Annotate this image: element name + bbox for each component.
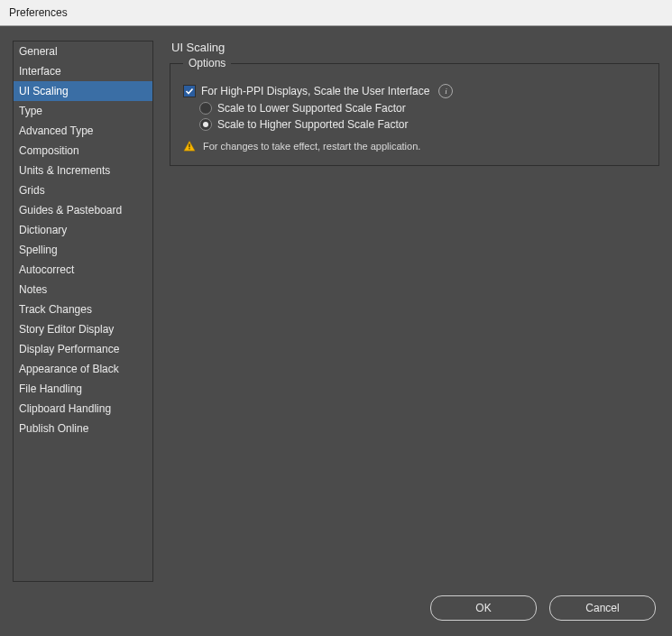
sidebar-item-spelling[interactable]: Spelling <box>14 240 152 260</box>
section-title: UI Scaling <box>170 41 659 54</box>
sidebar-item-guides-pasteboard[interactable]: Guides & Pasteboard <box>14 200 152 220</box>
restart-warning-text: For changes to take effect, restart the … <box>203 141 420 152</box>
options-group: Options For High-PPI Displays, Scale the… <box>170 63 659 166</box>
cancel-button-label: Cancel <box>585 602 619 614</box>
restart-warning: For changes to take effect, restart the … <box>183 140 646 152</box>
window-titlebar: Preferences <box>0 0 672 26</box>
svg-rect-2 <box>189 148 189 149</box>
sidebar-item-advanced-type[interactable]: Advanced Type <box>14 121 152 141</box>
sidebar-item-publish-online[interactable]: Publish Online <box>14 419 152 438</box>
scale-lower-radio-label: Scale to Lower Supported Scale Factor <box>217 102 406 115</box>
sidebar-item-clipboard-handling[interactable]: Clipboard Handling <box>14 399 152 419</box>
sidebar-item-ui-scaling[interactable]: UI Scaling <box>14 81 152 101</box>
window-title: Preferences <box>9 6 68 19</box>
sidebar-item-units-increments[interactable]: Units & Increments <box>14 161 152 180</box>
sidebar-item-dictionary[interactable]: Dictionary <box>14 220 152 240</box>
info-icon[interactable]: i <box>438 84 453 98</box>
sidebar-item-story-editor-display[interactable]: Story Editor Display <box>14 319 152 339</box>
radio-icon <box>199 102 212 115</box>
sidebar-item-appearance-of-black[interactable]: Appearance of Black <box>14 359 152 379</box>
sidebar-item-file-handling[interactable]: File Handling <box>14 379 152 399</box>
options-group-label: Options <box>183 57 231 69</box>
preferences-sidebar: GeneralInterfaceUI ScalingTypeAdvanced T… <box>13 41 153 582</box>
scale-lower-radio-row[interactable]: Scale to Lower Supported Scale Factor <box>199 102 646 115</box>
warning-icon <box>183 140 196 152</box>
dialog-button-bar: OK Cancel <box>430 595 656 621</box>
sidebar-item-display-performance[interactable]: Display Performance <box>14 339 152 359</box>
radio-icon <box>199 118 212 131</box>
checkbox-checked-icon <box>183 85 196 97</box>
ok-button[interactable]: OK <box>430 595 537 621</box>
dialog-body: GeneralInterfaceUI ScalingTypeAdvanced T… <box>0 26 672 636</box>
svg-rect-1 <box>189 143 189 147</box>
scale-higher-radio-row[interactable]: Scale to Higher Supported Scale Factor <box>199 118 646 131</box>
sidebar-item-track-changes[interactable]: Track Changes <box>14 300 152 319</box>
sidebar-item-type[interactable]: Type <box>14 101 152 121</box>
high-ppi-checkbox-row[interactable]: For High-PPI Displays, Scale the User In… <box>183 84 646 98</box>
high-ppi-checkbox-label: For High-PPI Displays, Scale the User In… <box>201 85 429 97</box>
scale-higher-radio-label: Scale to Higher Supported Scale Factor <box>217 118 408 131</box>
sidebar-item-grids[interactable]: Grids <box>14 180 152 200</box>
main-panel: UI Scaling Options For High-PPI Displays… <box>170 41 659 166</box>
sidebar-item-notes[interactable]: Notes <box>14 280 152 300</box>
cancel-button[interactable]: Cancel <box>549 595 656 621</box>
sidebar-item-composition[interactable]: Composition <box>14 141 152 161</box>
sidebar-item-general[interactable]: General <box>14 41 152 61</box>
sidebar-item-autocorrect[interactable]: Autocorrect <box>14 260 152 280</box>
sidebar-item-interface[interactable]: Interface <box>14 61 152 81</box>
ok-button-label: OK <box>475 602 491 614</box>
